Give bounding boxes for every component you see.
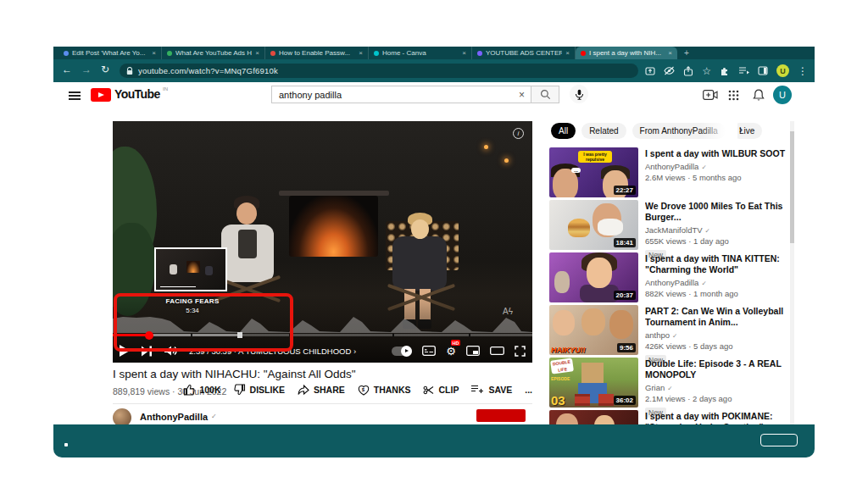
video-thumbnail[interactable]: 20:37 bbox=[549, 252, 638, 302]
next-icon[interactable] bbox=[142, 346, 153, 357]
tab-close-icon[interactable]: × bbox=[152, 49, 156, 57]
share-button[interactable]: SHARE bbox=[298, 385, 345, 396]
related-video-3: 20:37 I spent a day with TINA KITTEN: "C… bbox=[549, 252, 793, 305]
chapter-chevron-icon[interactable]: › bbox=[353, 347, 356, 356]
refresh-icon[interactable]: ↻ bbox=[101, 64, 109, 75]
browser-window: Edit Post 'What Are Yo... × What Are You… bbox=[53, 47, 815, 458]
forward-icon[interactable]: → bbox=[81, 64, 92, 75]
browser-tab-2[interactable]: What Are YouTube Ads H... × bbox=[162, 47, 265, 59]
fullscreen-icon[interactable] bbox=[515, 346, 526, 357]
chapter-preview-title: FACING FEARS bbox=[136, 297, 249, 305]
tab-close-icon[interactable]: × bbox=[565, 49, 570, 57]
video-title[interactable]: Double Life: Episode 3 - A REAL MONOPOLY bbox=[645, 358, 787, 380]
video-info-icon[interactable]: i bbox=[513, 128, 524, 139]
microphone-icon bbox=[575, 89, 584, 100]
related-video-5: DOUBLE LIFE EPISODE 03 36:02 Double Life… bbox=[549, 358, 793, 410]
notifications-bell-icon[interactable] bbox=[753, 89, 765, 102]
hamburger-menu-icon[interactable] bbox=[69, 92, 81, 100]
address-bar[interactable]: youtube.com/watch?v=MNq7Gf6910k bbox=[120, 64, 638, 78]
browser-tab-5[interactable]: YOUTUBE ADS CENTER... × bbox=[472, 47, 576, 59]
account-avatar[interactable]: U bbox=[773, 86, 792, 104]
browser-tab-active[interactable]: I spent a day with NIH... × bbox=[576, 47, 677, 59]
video-meta: 655K views · 1 day ago bbox=[645, 236, 787, 246]
side-panel-icon[interactable] bbox=[758, 66, 768, 75]
youtube-logo-text[interactable]: YouTube bbox=[114, 87, 160, 101]
video-actions: 100K DISLIKE SHARE $ THANKS bbox=[183, 384, 532, 396]
player-controls: 2:39 / 30:39 · A TUMULTUOUS CHILDHOOD › … bbox=[113, 339, 532, 363]
chips-scroll-right-icon[interactable]: › bbox=[739, 124, 743, 136]
chapter-preview-label: FACING FEARS 5:34 bbox=[136, 297, 249, 314]
bookmark-star-icon[interactable]: ☆ bbox=[702, 66, 711, 76]
apps-grid-icon[interactable] bbox=[728, 90, 739, 101]
browser-profile-avatar[interactable]: U bbox=[776, 64, 789, 77]
dislike-button[interactable]: DISLIKE bbox=[234, 384, 285, 396]
browser-menu-kebab-icon[interactable]: ⋮ bbox=[798, 66, 808, 76]
seek-scrubber[interactable] bbox=[145, 331, 153, 340]
miniplayer-icon[interactable] bbox=[466, 346, 480, 356]
chapter-name[interactable]: A TUMULTUOUS CHILDHOOD bbox=[238, 347, 351, 356]
video-thumbnail[interactable]: DOUBLE LIFE EPISODE 03 36:02 bbox=[549, 358, 638, 408]
search-button[interactable] bbox=[531, 86, 559, 103]
video-title[interactable]: I spent a day with TINA KITTEN: "Charmin… bbox=[645, 253, 787, 275]
browser-tab-4[interactable]: Home - Canva × bbox=[369, 47, 472, 59]
video-thumbnail[interactable]: I was pretty repulsive ... 22:27 bbox=[549, 147, 638, 197]
tab-close-icon[interactable]: × bbox=[668, 49, 672, 57]
video-thumbnail[interactable]: HAIKYU!! 9:56 bbox=[549, 305, 638, 355]
thumbnail-speech-bubble: ... bbox=[571, 168, 581, 173]
chip-all[interactable]: All bbox=[551, 123, 576, 139]
create-video-icon[interactable] bbox=[703, 90, 718, 100]
seek-bar[interactable] bbox=[113, 334, 532, 336]
subscribe-button[interactable] bbox=[476, 409, 526, 422]
video-player[interactable]: i Aϟ bbox=[113, 121, 532, 363]
play-icon[interactable] bbox=[120, 345, 130, 357]
seek-hover-handle bbox=[237, 332, 242, 338]
thanks-button[interactable]: $ THANKS bbox=[358, 385, 411, 396]
search-clear-icon[interactable]: × bbox=[513, 89, 531, 101]
chip-related[interactable]: Related bbox=[581, 123, 626, 139]
media-playlist-icon[interactable] bbox=[738, 66, 749, 75]
channel-line[interactable]: anthpo✓ bbox=[645, 330, 787, 340]
youtube-logo-icon[interactable] bbox=[91, 88, 111, 102]
clip-button[interactable]: CLIP bbox=[423, 385, 459, 396]
channel-line[interactable]: AnthonyPadilla✓ bbox=[645, 162, 787, 171]
subtitles-icon[interactable] bbox=[422, 346, 436, 356]
share-icon[interactable] bbox=[683, 66, 693, 76]
like-count: 100K bbox=[199, 385, 220, 395]
chapter-preview-thumbnail[interactable] bbox=[154, 247, 227, 291]
more-actions-button[interactable]: ... bbox=[525, 385, 532, 395]
tab-close-icon[interactable]: × bbox=[255, 49, 259, 57]
tab-title: How to Enable Passw... bbox=[279, 49, 355, 57]
video-title[interactable]: I spent a day with WILBUR SOOT bbox=[645, 148, 787, 159]
extensions-puzzle-icon[interactable] bbox=[720, 66, 730, 76]
browser-tab-3[interactable]: How to Enable Passw... × bbox=[265, 47, 369, 59]
eye-off-icon[interactable] bbox=[664, 66, 675, 75]
frame-bottom-bar bbox=[53, 424, 815, 458]
channel-line[interactable]: JackManifoldTV✓ bbox=[645, 225, 787, 235]
theater-mode-icon[interactable] bbox=[490, 346, 504, 356]
save-page-icon[interactable] bbox=[645, 66, 655, 76]
url-text: youtube.com/watch?v=MNq7Gf6910k bbox=[138, 66, 278, 75]
tab-close-icon[interactable]: × bbox=[359, 49, 363, 57]
frame-bottom-button[interactable] bbox=[760, 434, 798, 446]
verified-badge-icon: ✓ bbox=[705, 227, 710, 235]
like-button[interactable]: 100K bbox=[183, 384, 220, 396]
video-title[interactable]: PART 2: Can We Win a Volleyball Tourname… bbox=[645, 306, 787, 328]
tab-title: YOUTUBE ADS CENTER... bbox=[486, 49, 562, 57]
autoplay-toggle[interactable] bbox=[392, 347, 412, 356]
channel-line[interactable]: Grian✓ bbox=[645, 383, 787, 392]
video-title[interactable]: We Drove 1000 Miles To Eat This Burger..… bbox=[645, 201, 787, 223]
new-tab-icon[interactable]: + bbox=[684, 47, 689, 59]
tab-close-icon[interactable]: × bbox=[462, 49, 466, 57]
search-input[interactable] bbox=[272, 90, 513, 100]
tab-favicon bbox=[270, 51, 275, 56]
volume-icon[interactable] bbox=[164, 346, 177, 356]
voice-search-button[interactable] bbox=[570, 85, 588, 103]
scrollbar-thumb[interactable] bbox=[790, 131, 794, 243]
channel-line[interactable]: AnthonyPadilla✓ bbox=[645, 278, 787, 287]
browser-tab-1[interactable]: Edit Post 'What Are Yo... × bbox=[58, 47, 162, 59]
save-button[interactable]: SAVE bbox=[471, 385, 512, 395]
channel-name[interactable]: AnthonyPadilla bbox=[140, 412, 208, 422]
settings-button[interactable]: ⚙ HD bbox=[446, 343, 456, 358]
video-thumbnail[interactable]: 18:41 bbox=[549, 200, 638, 250]
back-icon[interactable]: ← bbox=[62, 64, 72, 75]
